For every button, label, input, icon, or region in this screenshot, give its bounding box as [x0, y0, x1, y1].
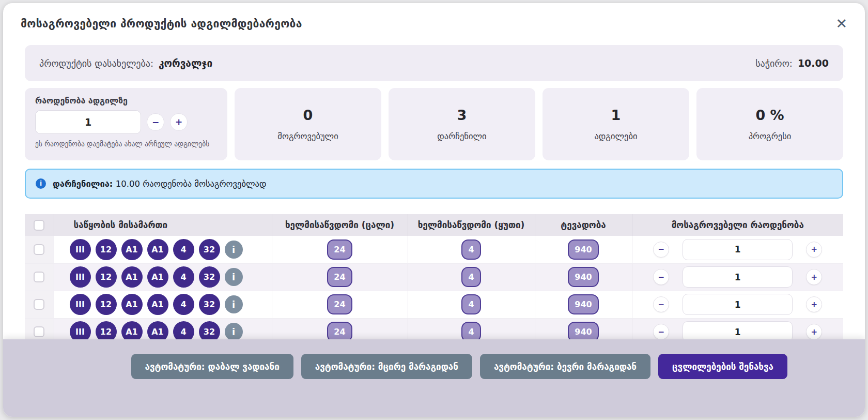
- available-box-badge: 4: [461, 239, 481, 260]
- close-icon[interactable]: ✕: [835, 17, 847, 31]
- address-badge: III: [70, 239, 91, 260]
- stats-row: რაოდენობა ადგილზე − + ეს რაოდენობა დაემა…: [25, 88, 843, 160]
- table-row: III12A1A1432 i 24 4 940 − +: [25, 236, 843, 263]
- row-info-icon[interactable]: i: [225, 268, 243, 286]
- modal-header: მოსაგროვებელი პროდუქტის ადგილმდებარეობა …: [3, 3, 865, 38]
- address-cell: III12A1A1432 i: [54, 236, 272, 263]
- available-box-cell: 4: [408, 236, 535, 263]
- quantity-minus-button[interactable]: −: [147, 113, 164, 131]
- address-cell: III12A1A1432 i: [54, 291, 272, 318]
- row-select-cell: [25, 291, 54, 318]
- table-header: საწყობის მისამართი ხელმისაწვდომი (ცალი) …: [25, 214, 843, 236]
- row-quantity-cell: − +: [632, 263, 843, 291]
- header-available-box: ხელმისაწვდომი (ყუთი): [408, 214, 535, 236]
- auto-fill-button-1[interactable]: ავტომატური: დაბალ ვადიანი: [131, 354, 293, 379]
- quantity-label: რაოდენობა ადგილზე: [35, 96, 217, 106]
- save-changes-button[interactable]: ცვლილებების შენახვა: [658, 354, 787, 379]
- row-quantity-input[interactable]: [683, 294, 793, 315]
- available-unit-badge: 24: [327, 239, 352, 260]
- quantity-input[interactable]: [35, 110, 141, 134]
- row-checkbox[interactable]: [34, 272, 44, 282]
- row-info-icon[interactable]: i: [225, 295, 243, 313]
- row-quantity-plus-button[interactable]: +: [806, 324, 822, 340]
- row-select-cell: [25, 236, 54, 263]
- row-quantity-minus-button[interactable]: −: [653, 324, 669, 340]
- pickup-location-modal: მოსაგროვებელი პროდუქტის ადგილმდებარეობა …: [3, 3, 865, 417]
- available-box-cell: 4: [408, 291, 535, 318]
- row-checkbox[interactable]: [34, 244, 44, 255]
- auto-fill-button-2[interactable]: ავტომატური: მცირე მარაგიდან: [301, 354, 472, 379]
- address-badge: 12: [96, 294, 117, 315]
- select-all-checkbox[interactable]: [34, 220, 44, 231]
- row-quantity-minus-button[interactable]: −: [653, 296, 669, 312]
- address-badge: A1: [147, 266, 168, 288]
- product-summary-box: პროდუქტის დასახელება: კორვალჯი საჭირო: 1…: [25, 45, 843, 81]
- available-unit-badge: 24: [327, 267, 352, 287]
- stat-label: პროგრესი: [749, 131, 792, 141]
- auto-fill-button-3[interactable]: ავტომატური: ბევრი მარაგიდან: [480, 354, 650, 379]
- locations-table: საწყობის მისამართი ხელმისაწვდომი (ცალი) …: [25, 214, 843, 346]
- stat-card-locations: 1 ადგილები: [542, 88, 689, 160]
- row-quantity-input[interactable]: [683, 239, 793, 260]
- table-row: III12A1A1432 i 24 4 940 − +: [25, 291, 843, 318]
- header-capacity: ტევადობა: [535, 214, 632, 236]
- stat-value: 3: [457, 107, 467, 123]
- row-quantity-plus-button[interactable]: +: [806, 296, 822, 312]
- stat-card-remaining: 3 დარჩენილი: [389, 88, 535, 160]
- required-value: 10.00: [798, 57, 829, 69]
- available-box-badge: 4: [461, 294, 481, 314]
- address-badge: 12: [96, 239, 117, 260]
- modal-footer: ავტომატური: დაბალ ვადიანიავტომატური: მცი…: [3, 339, 865, 417]
- available-unit-cell: 24: [272, 236, 408, 263]
- address-badge: 32: [199, 239, 220, 260]
- table-row: III12A1A1432 i 24 4 940 − +: [25, 263, 843, 291]
- address-badge: A1: [121, 239, 143, 260]
- address-badge: III: [70, 266, 91, 288]
- row-checkbox[interactable]: [34, 326, 44, 337]
- available-box-badge: 4: [461, 267, 481, 287]
- address-badge: 4: [173, 239, 194, 260]
- row-quantity-plus-button[interactable]: +: [806, 269, 822, 285]
- row-quantity-input[interactable]: [683, 266, 793, 288]
- quantity-panel: რაოდენობა ადგილზე − + ეს რაოდენობა დაემა…: [25, 88, 227, 160]
- available-unit-cell: 24: [272, 291, 408, 318]
- row-info-icon[interactable]: i: [225, 323, 243, 341]
- row-quantity-minus-button[interactable]: −: [653, 242, 669, 258]
- stat-value: 0: [303, 107, 313, 123]
- capacity-badge: 940: [568, 267, 598, 287]
- row-quantity-plus-button[interactable]: +: [806, 242, 822, 258]
- row-info-icon[interactable]: i: [225, 241, 243, 259]
- product-name-value: კორვალჯი: [159, 57, 212, 69]
- table-body: III12A1A1432 i 24 4 940 − + III12A1A143: [25, 236, 843, 346]
- page: მოსაგროვებელი პროდუქტის ადგილმდებარეობა …: [0, 0, 868, 420]
- stat-label: ადგილები: [594, 131, 637, 141]
- remaining-info-alert: i დარჩენილია: 10.00 რაოდენობა მოსაგროვებ…: [25, 169, 843, 199]
- row-checkbox[interactable]: [34, 299, 44, 310]
- capacity-cell: 940: [535, 263, 632, 291]
- address-badge: A1: [147, 294, 168, 315]
- address-badge: A1: [147, 239, 168, 260]
- row-select-cell: [25, 263, 54, 291]
- header-address: საწყობის მისამართი: [54, 214, 272, 236]
- row-quantity-cell: − +: [632, 291, 843, 318]
- capacity-badge: 940: [568, 294, 598, 314]
- quantity-input-row: − +: [35, 110, 217, 134]
- capacity-cell: 940: [535, 236, 632, 263]
- header-available-unit: ხელმისაწვდომი (ცალი): [272, 214, 408, 236]
- quantity-plus-button[interactable]: +: [170, 113, 188, 131]
- available-unit-cell: 24: [272, 263, 408, 291]
- alert-regular-text: 10.00 რაოდენობა მოსაგროვებლად: [116, 179, 267, 189]
- row-quantity-minus-button[interactable]: −: [653, 269, 669, 285]
- modal-content: პროდუქტის დასახელება: კორვალჯი საჭირო: 1…: [3, 45, 865, 346]
- address-badge: 32: [199, 266, 220, 288]
- address-badge: 32: [199, 294, 220, 315]
- address-badge: III: [70, 294, 91, 315]
- address-badge: A1: [121, 294, 143, 315]
- address-cell: III12A1A1432 i: [54, 263, 272, 291]
- available-unit-badge: 24: [327, 294, 352, 314]
- stat-label: მოგროვებული: [277, 131, 338, 141]
- address-badge: A1: [121, 266, 143, 288]
- stat-card-progress: 0 % პროგრესი: [696, 88, 843, 160]
- required-group: საჭირო: 10.00: [755, 57, 829, 69]
- header-quantity: მოსაგროვებელი რაოდენობა: [632, 214, 843, 236]
